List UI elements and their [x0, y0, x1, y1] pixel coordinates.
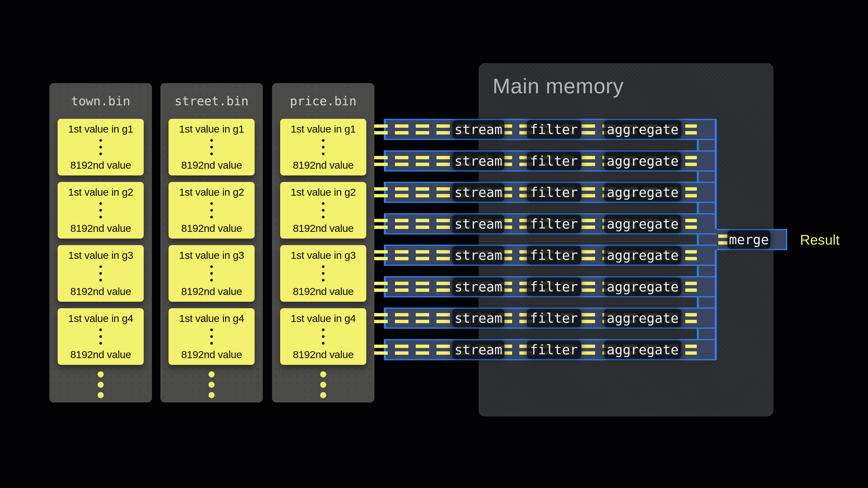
ellipsis-dot	[99, 139, 102, 142]
channel-edge-segment	[697, 139, 699, 151]
ellipsis-dot	[322, 335, 324, 338]
granule-last-value: 8192nd value	[293, 159, 353, 171]
stream-lane: streamfilteraggregate	[384, 182, 717, 203]
stage-chip-stream: stream	[452, 246, 504, 264]
granule-box: 1st value in g18192nd value	[280, 119, 366, 175]
vertical-ellipsis	[99, 328, 102, 345]
granule-box: 1st value in g38192nd value	[168, 245, 255, 302]
stage-chip-filter: filter	[527, 120, 581, 138]
stage-chip-filter: filter	[527, 278, 581, 296]
channel-edge-segment	[697, 297, 699, 308]
stage-chip-stream: stream	[452, 309, 504, 327]
granule-first-value: 1st value in g3	[291, 250, 356, 261]
ellipsis-dot	[209, 392, 215, 398]
more-granules-ellipsis	[50, 371, 152, 398]
ellipsis-dot	[210, 342, 213, 345]
channel-edge-segment	[697, 265, 699, 276]
ellipsis-dot	[210, 139, 213, 142]
ellipsis-dot	[210, 153, 213, 155]
granule-last-value: 8192nd value	[181, 222, 242, 234]
stage-chip-merge: merge	[727, 230, 770, 249]
ellipsis-dot	[322, 139, 324, 142]
channel-edge-segment	[697, 234, 699, 245]
collector-bus-upper	[715, 119, 717, 229]
ellipsis-dot	[322, 202, 324, 205]
vertical-ellipsis	[210, 202, 213, 218]
granule-last-value: 8192nd value	[181, 286, 242, 297]
granule-first-value: 1st value in g3	[68, 250, 133, 261]
granule-first-value: 1st value in g1	[68, 123, 133, 135]
vertical-ellipsis	[210, 328, 213, 345]
vertical-ellipsis	[322, 265, 324, 282]
stage-chip-stream: stream	[452, 183, 504, 201]
granule-first-value: 1st value in g4	[179, 313, 244, 324]
stage-chip-aggregate: aggregate	[604, 309, 681, 327]
channel-edge-segment	[697, 328, 699, 339]
granule-first-value: 1st value in g2	[179, 186, 244, 198]
granule-first-value: 1st value in g3	[179, 250, 244, 261]
stream-lane: streamfilteraggregate	[384, 213, 717, 234]
ellipsis-dot	[210, 202, 213, 205]
granule-box: 1st value in g38192nd value	[280, 245, 366, 302]
granule-first-value: 1st value in g4	[291, 313, 356, 324]
stream-lane: streamfilteraggregate	[384, 276, 717, 297]
ellipsis-dot	[98, 382, 104, 388]
stream-lane: streamfilteraggregate	[384, 307, 717, 329]
ellipsis-dot	[210, 146, 213, 149]
stage-chip-filter: filter	[527, 340, 581, 359]
ellipsis-dot	[210, 328, 213, 331]
granule-box: 1st value in g48192nd value	[58, 308, 144, 365]
ellipsis-dot	[210, 209, 213, 212]
stage-chip-filter: filter	[527, 152, 581, 170]
ellipsis-dot	[322, 279, 324, 282]
channel-edge-segment	[697, 202, 699, 214]
ellipsis-dot	[99, 216, 102, 218]
ellipsis-dot	[99, 153, 102, 155]
ellipsis-dot	[209, 382, 215, 388]
vertical-ellipsis	[322, 328, 324, 345]
stage-chip-aggregate: aggregate	[604, 340, 681, 359]
stage-chip-aggregate: aggregate	[604, 215, 681, 233]
ellipsis-dot	[322, 272, 324, 275]
ellipsis-dot	[99, 279, 102, 282]
vertical-ellipsis	[99, 139, 102, 155]
ellipsis-dot	[320, 392, 326, 398]
ellipsis-dot	[322, 146, 324, 149]
ellipsis-dot	[209, 371, 215, 378]
granule-box: 1st value in g38192nd value	[58, 245, 144, 302]
granule-first-value: 1st value in g2	[68, 186, 133, 198]
stream-lane: streamfilteraggregate	[384, 151, 717, 171]
granule-last-value: 8192nd value	[293, 222, 353, 234]
ellipsis-dot	[99, 342, 102, 345]
stage-chip-aggregate: aggregate	[604, 152, 681, 170]
granule-last-value: 8192nd value	[70, 222, 131, 234]
granule-box: 1st value in g18192nd value	[168, 119, 255, 175]
stream-lane: streamfilteraggregate	[384, 119, 717, 140]
stage-chip-stream: stream	[452, 152, 504, 170]
ellipsis-dot	[322, 209, 324, 212]
more-granules-ellipsis	[160, 371, 263, 398]
granule-last-value: 8192nd value	[293, 349, 353, 360]
ellipsis-dot	[99, 209, 102, 212]
file-column: town.bin1st value in g18192nd value1st v…	[50, 83, 152, 402]
ellipsis-dot	[320, 382, 326, 388]
granule-last-value: 8192nd value	[70, 159, 131, 171]
ellipsis-dot	[99, 202, 102, 205]
ellipsis-dot	[210, 272, 213, 275]
stage-chip-stream: stream	[452, 340, 504, 359]
collector-bus-lower	[715, 250, 717, 360]
ellipsis-dot	[210, 279, 213, 282]
ellipsis-dot	[322, 265, 324, 268]
vertical-ellipsis	[210, 139, 213, 155]
channel-edge-segment	[697, 171, 699, 183]
merge-lane: merge	[717, 229, 787, 250]
result-label: Result	[800, 229, 840, 250]
file-column: price.bin1st value in g18192nd value1st …	[272, 83, 374, 402]
granule-box: 1st value in g28192nd value	[58, 182, 144, 238]
stage-chip-aggregate: aggregate	[604, 183, 681, 201]
stage-chip-filter: filter	[527, 309, 581, 327]
granule-last-value: 8192nd value	[181, 159, 242, 171]
ellipsis-dot	[322, 342, 324, 345]
stage-chip-stream: stream	[452, 215, 504, 233]
granule-first-value: 1st value in g1	[291, 123, 356, 135]
